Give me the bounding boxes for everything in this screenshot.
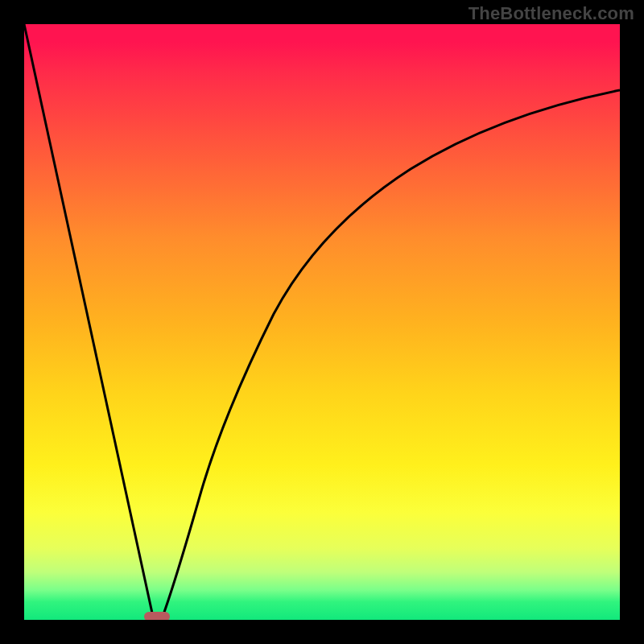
- trough-marker: [144, 612, 170, 620]
- chart-frame: TheBottleneck.com: [0, 0, 644, 644]
- curve-svg: [24, 24, 620, 620]
- curve-right-branch: [163, 90, 620, 617]
- watermark-text: TheBottleneck.com: [469, 3, 634, 24]
- plot-area: [24, 24, 620, 620]
- curve-left-branch: [24, 24, 153, 617]
